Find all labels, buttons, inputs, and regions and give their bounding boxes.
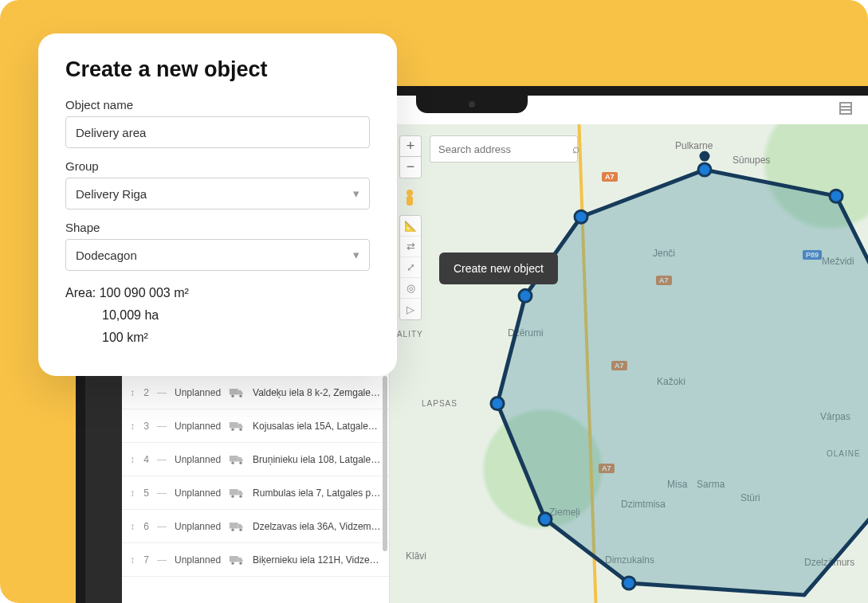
- place-label: LAPSAS: [422, 399, 458, 408]
- address: Valdeķu iela 8 k-2, Zemgales ...: [253, 387, 381, 398]
- chevron-down-icon: ▾: [353, 248, 359, 262]
- place-label: Dzimtmisa: [621, 499, 666, 510]
- label-group: Group: [65, 159, 370, 173]
- zoom-control: + −: [399, 135, 422, 178]
- shape-value: Dodecagon: [76, 249, 137, 262]
- place-label: OLAINE: [827, 449, 861, 458]
- map-terrain: [390, 124, 868, 603]
- svg-rect-12: [230, 456, 238, 462]
- route-shield: A7: [599, 464, 615, 473]
- area-km2: 100 km²: [65, 327, 370, 349]
- area-readout: Area: 100 090 003 m² 10,009 ha 100 km²: [65, 282, 370, 349]
- place-label: Dimzukalns: [605, 554, 654, 566]
- svg-rect-9: [230, 422, 238, 429]
- chevron-down-icon: ▾: [353, 186, 359, 201]
- area-ha: 10,009 ha: [65, 304, 370, 327]
- svg-point-17: [239, 495, 242, 497]
- place-label: Ziemeļi: [549, 507, 580, 518]
- map[interactable]: Pulkarne Sūnupes Jenči Mežvidi Dzērumi L…: [390, 124, 868, 603]
- drag-handle-icon[interactable]: ↕: [130, 454, 135, 465]
- place-label: Dzelzāmurs: [804, 557, 854, 568]
- svg-point-10: [231, 428, 234, 430]
- route-shield: A7: [611, 361, 627, 370]
- drag-handle-icon[interactable]: ↕: [130, 487, 135, 499]
- task-row[interactable]: ↕ 3— Unplanned Kojusalas iela 15A, Latga…: [122, 409, 389, 443]
- svg-point-16: [231, 495, 234, 497]
- place-label: Sūnupes: [732, 155, 770, 166]
- place-label: Misa: [667, 479, 687, 490]
- svg-point-7: [231, 394, 234, 397]
- svg-point-8: [239, 394, 242, 397]
- truck-icon: [229, 554, 245, 566]
- search-icon[interactable]: ⌕: [572, 142, 580, 156]
- modal-title: Create a new object: [65, 57, 370, 82]
- svg-point-23: [239, 562, 242, 564]
- center-tool-icon[interactable]: ⤢: [400, 257, 421, 278]
- label-object-name: Object name: [65, 98, 370, 112]
- svg-point-11: [239, 428, 242, 430]
- task-row[interactable]: ↕ 7— Unplanned Biķernieku iela 121H, Vid…: [122, 543, 389, 577]
- place-label: Jenči: [653, 248, 675, 259]
- task-row[interactable]: ↕ 4— Unplanned Bruņinieku iela 108, Latg…: [122, 443, 389, 476]
- place-label: Vārpas: [820, 411, 850, 422]
- create-object-tooltip[interactable]: Create new object: [439, 253, 558, 284]
- group-select[interactable]: Delivery Riga ▾: [65, 178, 370, 209]
- status: Unplanned: [175, 387, 221, 398]
- svg-point-13: [231, 461, 234, 464]
- svg-rect-15: [230, 489, 238, 495]
- truck-icon: [229, 521, 245, 532]
- drag-handle-icon[interactable]: ↕: [130, 387, 135, 398]
- object-name-input[interactable]: [65, 116, 370, 148]
- place-label: Sarma: [697, 479, 725, 490]
- row-number: 2: [143, 387, 149, 398]
- truck-icon: [229, 421, 245, 432]
- task-row[interactable]: ↕ 2 — Unplanned Valdeķu iela 8 k-2, Zemg…: [122, 376, 389, 409]
- zoom-out-button[interactable]: −: [400, 157, 421, 178]
- place-label: Kažoki: [657, 376, 685, 387]
- map-tools: 📐 ⇄ ⤢ ◎ ▷: [399, 215, 422, 320]
- svg-point-14: [239, 461, 242, 464]
- locate-tool-icon[interactable]: ◎: [400, 278, 421, 299]
- ruler-tool-icon[interactable]: 📐: [400, 216, 421, 237]
- shape-select[interactable]: Dodecagon ▾: [65, 239, 370, 271]
- route-shield: P89: [803, 250, 822, 260]
- svg-rect-18: [230, 523, 238, 529]
- zoom-in-button[interactable]: +: [400, 136, 421, 157]
- place-label: Stūri: [740, 492, 760, 503]
- scrollbar[interactable]: [383, 376, 387, 551]
- device-notch: [416, 96, 528, 113]
- svg-rect-6: [230, 389, 238, 395]
- play-tool-icon[interactable]: ▷: [400, 299, 421, 319]
- create-object-modal: Create a new object Object name Group De…: [38, 33, 397, 376]
- drag-handle-icon[interactable]: ↕: [130, 521, 135, 532]
- drag-handle-icon[interactable]: ↕: [130, 554, 135, 566]
- layout-icon[interactable]: [838, 100, 854, 116]
- route-shield: A7: [602, 172, 618, 182]
- map-search[interactable]: ⌕: [430, 135, 578, 162]
- search-input[interactable]: [438, 143, 572, 155]
- svg-point-19: [231, 528, 234, 531]
- truck-icon: [229, 487, 245, 499]
- svg-rect-34: [407, 196, 413, 206]
- truck-icon: [229, 387, 245, 398]
- route-tool-icon[interactable]: ⇄: [400, 237, 421, 257]
- pegman-icon[interactable]: [401, 188, 418, 210]
- place-label: Klāvi: [406, 550, 426, 562]
- area-m2: 100 090 003 m²: [100, 286, 189, 300]
- label-shape: Shape: [65, 221, 370, 234]
- place-label: Dzērumi: [508, 327, 544, 339]
- drag-handle-icon[interactable]: ↕: [130, 421, 135, 432]
- place-label: Mežvidi: [822, 256, 854, 267]
- place-label: Pulkarne: [675, 140, 713, 151]
- task-row[interactable]: ↕ 5— Unplanned Rumbulas iela 7, Latgales…: [122, 476, 389, 510]
- task-row[interactable]: ↕ 6— Unplanned Dzelzavas iela 36A, Vidze…: [122, 510, 389, 543]
- svg-point-20: [239, 528, 242, 531]
- svg-point-22: [231, 562, 234, 564]
- route-shield: A7: [656, 276, 672, 285]
- truck-icon: [229, 454, 245, 465]
- svg-point-33: [407, 190, 413, 196]
- group-value: Delivery Riga: [76, 187, 147, 201]
- svg-rect-21: [230, 556, 238, 562]
